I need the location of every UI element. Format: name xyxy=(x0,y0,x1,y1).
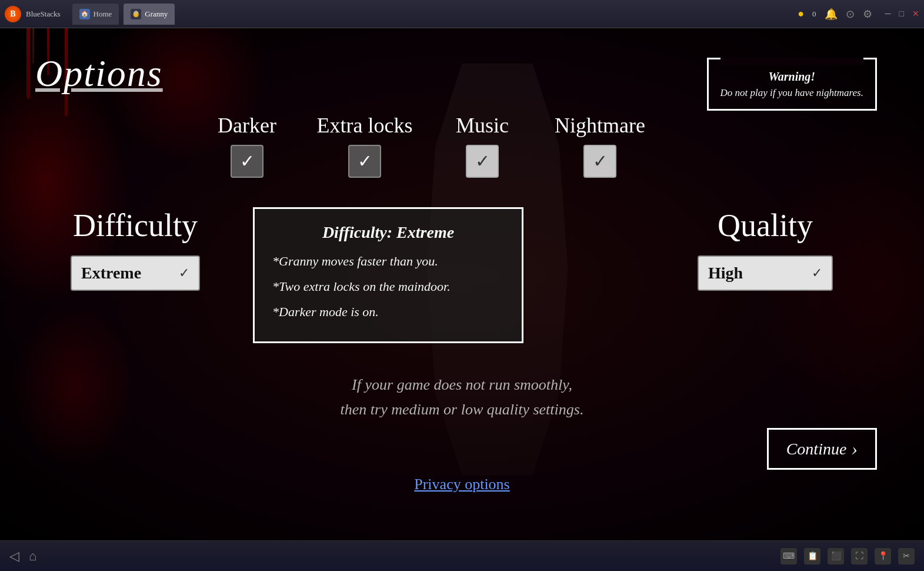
location-icon[interactable]: 📍 xyxy=(875,548,891,565)
maximize-button[interactable]: □ xyxy=(899,9,904,19)
tab-granny[interactable]: 👵 Granny xyxy=(124,4,175,25)
fullscreen-icon[interactable]: ⛶ xyxy=(851,548,868,565)
difficulty-arrow-icon: ✓ xyxy=(179,265,189,281)
checkbox-group-extralocks: Extra locks ✓ xyxy=(306,113,423,178)
bottom-section: Difficulty Extreme ✓ Difficulty: Extreme… xyxy=(35,207,889,343)
music-checkbox[interactable]: ✓ xyxy=(466,145,499,178)
music-label: Music xyxy=(456,113,509,138)
extralocks-label: Extra locks xyxy=(317,113,413,138)
home-tab-icon: 🏠 xyxy=(79,9,90,19)
game-area: Warning! Do not play if you have nightma… xyxy=(0,28,924,540)
info-box-title: Difficulty: Extreme xyxy=(272,223,504,242)
smoothly-line2: then try medium or low quality settings. xyxy=(35,397,889,422)
options-title: Options xyxy=(35,52,889,95)
quality-label: Quality xyxy=(718,207,813,244)
darker-label: Darker xyxy=(218,113,276,138)
home-icon[interactable]: ⌂ xyxy=(29,549,36,564)
tab-home[interactable]: 🏠 Home xyxy=(72,4,119,25)
info-line-3: *Darker mode is on. xyxy=(272,302,504,321)
close-button[interactable]: ✕ xyxy=(912,9,919,19)
quality-selected: High xyxy=(708,264,743,283)
notification-icon[interactable]: 🔔 xyxy=(825,8,838,21)
taskbar: ◁ ⌂ ⌨ 📋 ⬛ ⛶ 📍 ✂ xyxy=(0,540,924,571)
settings-icon[interactable]: ⚙ xyxy=(863,8,872,21)
quality-section: Quality High ✓ xyxy=(677,207,853,291)
coin-icon: ● xyxy=(798,8,804,20)
clipboard-icon[interactable]: 📋 xyxy=(804,548,820,565)
darker-checkbox[interactable]: ✓ xyxy=(231,145,263,178)
nightmare-label: Nightmare xyxy=(555,113,645,138)
quality-dropdown[interactable]: High ✓ xyxy=(698,255,833,291)
quality-arrow-icon: ✓ xyxy=(812,265,822,281)
back-icon[interactable]: ◁ xyxy=(9,549,19,564)
logo-text: B xyxy=(10,9,15,19)
smoothly-line1: If your game does not run smoothly, xyxy=(35,373,889,397)
checkbox-group-darker: Darker ✓ xyxy=(188,113,306,178)
checkbox-group-nightmare: Nightmare ✓ xyxy=(541,113,659,178)
content-area: Options Darker ✓ Extra locks ✓ Music ✓ xyxy=(0,28,924,445)
nightmare-checkbox[interactable]: ✓ xyxy=(583,145,616,178)
cut-icon[interactable]: ✂ xyxy=(898,548,915,565)
coin-count: 0 xyxy=(812,9,816,19)
checkbox-group-music: Music ✓ xyxy=(423,113,541,178)
minimize-button[interactable]: ─ xyxy=(885,9,891,19)
nightmare-check-icon: ✓ xyxy=(593,152,608,170)
extralocks-checkbox[interactable]: ✓ xyxy=(348,145,381,178)
tab-home-label: Home xyxy=(94,9,112,19)
titlebar-controls: ● 0 🔔 ⊙ ⚙ ─ □ ✕ xyxy=(798,8,919,21)
record-icon[interactable]: ⊙ xyxy=(846,8,855,21)
privacy-options-link[interactable]: Privacy options xyxy=(414,476,510,493)
difficulty-dropdown[interactable]: Extreme ✓ xyxy=(71,255,200,291)
display-icon[interactable]: ⬛ xyxy=(828,548,844,565)
info-line-1: *Granny moves faster than you. xyxy=(272,251,504,271)
granny-tab-icon: 👵 xyxy=(131,9,141,19)
keyboard-icon[interactable]: ⌨ xyxy=(780,548,797,565)
taskbar-right-icons: ⌨ 📋 ⬛ ⛶ 📍 ✂ xyxy=(780,548,915,565)
info-box: Difficulty: Extreme *Granny moves faster… xyxy=(253,207,523,343)
bluestacks-logo: B xyxy=(5,6,21,22)
difficulty-label: Difficulty xyxy=(73,207,198,244)
titlebar: B BlueStacks 🏠 Home 👵 Granny ● 0 🔔 ⊙ ⚙ ─… xyxy=(0,0,924,28)
app-name-label: BlueStacks xyxy=(26,9,61,19)
info-line-2: *Two extra locks on the maindoor. xyxy=(272,277,504,296)
difficulty-section: Difficulty Extreme ✓ xyxy=(35,207,235,291)
tab-granny-label: Granny xyxy=(145,9,168,19)
checkboxes-row: Darker ✓ Extra locks ✓ Music ✓ Nightmare xyxy=(35,113,889,178)
smoothly-text: If your game does not run smoothly, then… xyxy=(35,373,889,421)
difficulty-selected: Extreme xyxy=(81,264,141,283)
darker-check-icon: ✓ xyxy=(240,152,255,170)
extralocks-check-icon: ✓ xyxy=(358,152,372,170)
music-check-icon: ✓ xyxy=(475,152,490,170)
